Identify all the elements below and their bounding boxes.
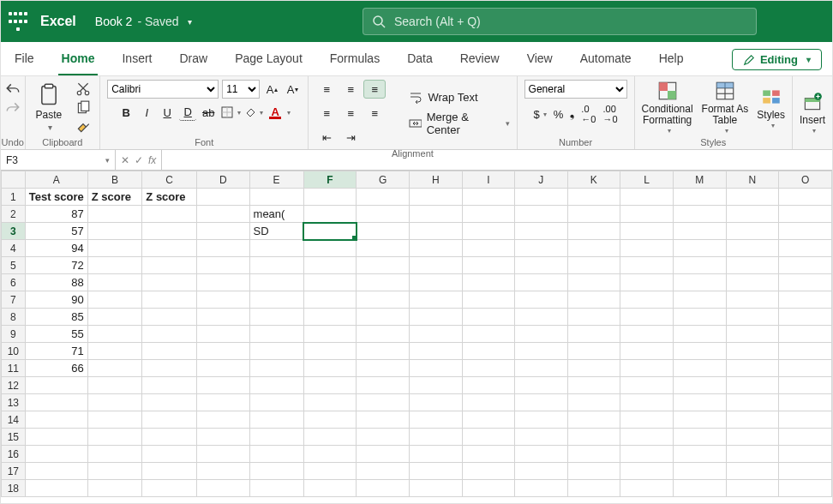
cell-I11[interactable]	[462, 360, 514, 377]
cell-H3[interactable]	[409, 223, 462, 240]
cell-F10[interactable]	[303, 343, 357, 360]
tab-page-layout[interactable]: Page Layout	[231, 45, 306, 75]
cell-B9[interactable]	[87, 326, 142, 343]
cell-H13[interactable]	[409, 394, 462, 411]
cell-E18[interactable]	[249, 480, 303, 497]
paste-button[interactable]: Paste ▾	[33, 83, 66, 132]
redo-button[interactable]	[5, 100, 21, 116]
cell-M2[interactable]	[673, 206, 726, 223]
cell-J16[interactable]	[515, 446, 568, 463]
undo-button[interactable]	[5, 81, 21, 97]
cell-B16[interactable]	[87, 446, 142, 463]
cell-I5[interactable]	[462, 257, 514, 274]
cell-L2[interactable]	[620, 206, 674, 223]
col-header-I[interactable]: I	[462, 171, 514, 189]
cell-I18[interactable]	[462, 480, 514, 497]
align-right-button[interactable]: ≡	[363, 104, 386, 123]
comma-format-button[interactable]: ❟	[570, 107, 574, 121]
row-header-16[interactable]: 16	[2, 446, 26, 463]
search-input[interactable]	[393, 14, 747, 29]
cell-A4[interactable]: 94	[25, 240, 87, 257]
cell-O18[interactable]	[779, 480, 832, 497]
select-all-corner[interactable]	[2, 171, 26, 189]
cell-D4[interactable]	[196, 240, 249, 257]
cell-L14[interactable]	[620, 411, 674, 429]
cell-O6[interactable]	[779, 274, 832, 291]
cell-G8[interactable]	[357, 309, 410, 326]
row-header-7[interactable]: 7	[2, 291, 26, 309]
row-header-17[interactable]: 17	[2, 463, 26, 480]
cell-N9[interactable]	[726, 326, 779, 343]
cell-B15[interactable]	[87, 429, 142, 446]
cell-O16[interactable]	[779, 446, 832, 463]
search-box[interactable]	[363, 8, 757, 35]
cell-G18[interactable]	[357, 480, 410, 497]
tab-home[interactable]: Home	[58, 45, 99, 75]
cell-O13[interactable]	[779, 394, 832, 411]
cell-M9[interactable]	[673, 326, 726, 343]
cell-C5[interactable]	[142, 257, 197, 274]
cell-F4[interactable]	[303, 240, 357, 257]
cell-N18[interactable]	[726, 480, 779, 497]
col-header-J[interactable]: J	[515, 171, 568, 189]
col-header-F[interactable]: F	[303, 171, 357, 189]
cell-E5[interactable]	[249, 257, 303, 274]
cell-E9[interactable]	[249, 326, 303, 343]
tab-help[interactable]: Help	[656, 45, 687, 75]
cell-G14[interactable]	[357, 411, 410, 429]
editing-mode-button[interactable]: Editing ▾	[732, 49, 822, 70]
cell-J4[interactable]	[515, 240, 568, 257]
cell-J17[interactable]	[515, 463, 568, 480]
increase-font-button[interactable]: A▴	[263, 81, 280, 98]
cell-F15[interactable]	[303, 429, 357, 446]
cell-A8[interactable]: 85	[25, 309, 87, 326]
cell-L10[interactable]	[620, 343, 674, 360]
cell-H1[interactable]	[409, 189, 462, 206]
cell-B18[interactable]	[87, 480, 142, 497]
number-format-select[interactable]: General	[524, 80, 627, 99]
row-header-5[interactable]: 5	[2, 257, 26, 274]
cell-F6[interactable]	[303, 274, 357, 291]
cell-J6[interactable]	[515, 274, 568, 291]
cell-C8[interactable]	[142, 309, 197, 326]
cell-G6[interactable]	[357, 274, 410, 291]
cell-B12[interactable]	[87, 377, 142, 394]
cell-O17[interactable]	[779, 463, 832, 480]
cell-B8[interactable]	[87, 309, 142, 326]
cell-C7[interactable]	[142, 291, 197, 309]
cell-C17[interactable]	[142, 463, 197, 480]
cell-M11[interactable]	[673, 360, 726, 377]
cell-A17[interactable]	[25, 463, 87, 480]
align-center-button[interactable]: ≡	[339, 104, 362, 123]
cell-M10[interactable]	[673, 343, 726, 360]
document-title[interactable]: Book 2 - Saved ▾	[95, 15, 192, 28]
cell-E11[interactable]	[249, 360, 303, 377]
cell-I8[interactable]	[462, 309, 514, 326]
cell-N15[interactable]	[726, 429, 779, 446]
bold-button[interactable]: B	[117, 104, 135, 121]
cell-F7[interactable]	[303, 291, 357, 309]
format-as-table-button[interactable]: Format As Table▾	[702, 80, 749, 135]
cell-K5[interactable]	[567, 257, 620, 274]
cell-M14[interactable]	[673, 411, 726, 429]
cell-N12[interactable]	[726, 377, 779, 394]
cell-J8[interactable]	[515, 309, 568, 326]
cell-B11[interactable]	[87, 360, 142, 377]
cell-A15[interactable]	[25, 429, 87, 446]
cell-N2[interactable]	[726, 206, 779, 223]
cell-A12[interactable]	[25, 377, 87, 394]
cell-I7[interactable]	[462, 291, 514, 309]
cell-A6[interactable]: 88	[25, 274, 87, 291]
cell-M8[interactable]	[673, 309, 726, 326]
col-header-D[interactable]: D	[196, 171, 249, 189]
cell-L8[interactable]	[620, 309, 674, 326]
cell-C12[interactable]	[142, 377, 197, 394]
cell-A16[interactable]	[25, 446, 87, 463]
cell-I1[interactable]	[462, 189, 514, 206]
cell-G5[interactable]	[357, 257, 410, 274]
cell-D12[interactable]	[196, 377, 249, 394]
cell-E6[interactable]	[249, 274, 303, 291]
cell-N5[interactable]	[726, 257, 779, 274]
align-left-button[interactable]: ≡	[315, 104, 338, 123]
cell-B10[interactable]	[87, 343, 142, 360]
